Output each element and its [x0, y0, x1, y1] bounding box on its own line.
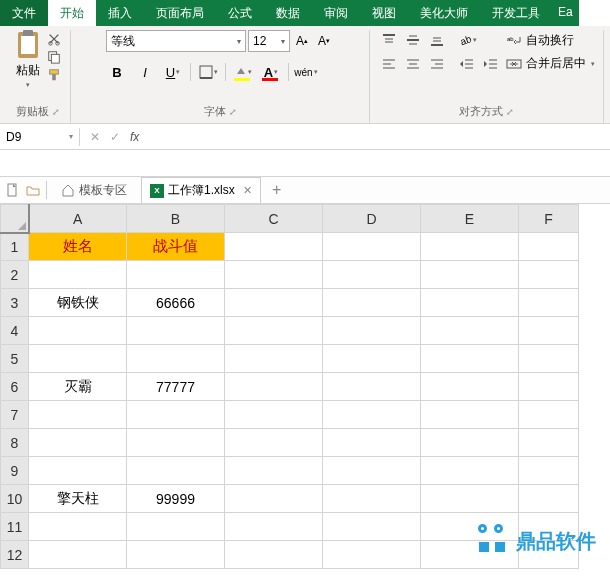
cell[interactable]: 战斗值	[127, 233, 225, 261]
indent-increase-icon[interactable]	[480, 54, 502, 74]
cell[interactable]: 钢铁侠	[29, 289, 127, 317]
align-launcher[interactable]: ⤢	[506, 107, 514, 117]
align-bottom-icon[interactable]	[426, 30, 448, 50]
row-header[interactable]: 12	[1, 541, 29, 569]
cell[interactable]	[519, 429, 579, 457]
wrap-text-button[interactable]: ab自动换行	[506, 32, 595, 49]
cell[interactable]	[29, 261, 127, 289]
cell[interactable]	[323, 541, 421, 569]
cell[interactable]	[29, 317, 127, 345]
tab-insert[interactable]: 插入	[96, 0, 144, 26]
paste-button[interactable]: 粘贴 ▾	[14, 30, 42, 89]
align-top-icon[interactable]	[378, 30, 400, 50]
tab-view[interactable]: 视图	[360, 0, 408, 26]
row-header[interactable]: 7	[1, 401, 29, 429]
row-header[interactable]: 4	[1, 317, 29, 345]
cell[interactable]	[225, 513, 323, 541]
tab-data[interactable]: 数据	[264, 0, 312, 26]
cell[interactable]	[519, 485, 579, 513]
confirm-icon[interactable]: ✓	[110, 130, 120, 144]
cell[interactable]	[127, 513, 225, 541]
cell[interactable]	[519, 401, 579, 429]
row-header[interactable]: 5	[1, 345, 29, 373]
tab-home[interactable]: 开始	[48, 0, 96, 26]
cell[interactable]	[421, 373, 519, 401]
cell[interactable]	[519, 317, 579, 345]
cancel-icon[interactable]: ✕	[90, 130, 100, 144]
tab-beautify[interactable]: 美化大师	[408, 0, 480, 26]
tab-file[interactable]: 文件	[0, 0, 48, 26]
cell[interactable]	[225, 289, 323, 317]
cell[interactable]	[127, 317, 225, 345]
col-header[interactable]: D	[323, 205, 421, 233]
cell[interactable]	[519, 457, 579, 485]
cell[interactable]: 99999	[127, 485, 225, 513]
cell[interactable]	[29, 457, 127, 485]
cell[interactable]	[421, 401, 519, 429]
cell[interactable]	[323, 233, 421, 261]
cell[interactable]	[225, 373, 323, 401]
border-button[interactable]	[197, 62, 219, 82]
new-file-icon[interactable]	[6, 183, 20, 197]
row-header[interactable]: 11	[1, 513, 29, 541]
cell[interactable]	[421, 457, 519, 485]
cell[interactable]	[29, 401, 127, 429]
cell[interactable]	[519, 233, 579, 261]
cell[interactable]	[225, 457, 323, 485]
cell[interactable]	[225, 261, 323, 289]
cell[interactable]	[225, 485, 323, 513]
cell[interactable]	[29, 429, 127, 457]
font-size-select[interactable]: 12▾	[248, 30, 290, 52]
cell[interactable]	[421, 429, 519, 457]
template-tab[interactable]: 模板专区	[53, 178, 135, 203]
tab-review[interactable]: 审阅	[312, 0, 360, 26]
col-header[interactable]: A	[29, 205, 127, 233]
align-center-icon[interactable]	[402, 54, 424, 74]
cell[interactable]	[421, 261, 519, 289]
cell[interactable]: 77777	[127, 373, 225, 401]
merge-button[interactable]: 合并后居中	[506, 55, 595, 72]
cell[interactable]	[421, 289, 519, 317]
align-right-icon[interactable]	[426, 54, 448, 74]
row-header[interactable]: 2	[1, 261, 29, 289]
cell[interactable]	[421, 317, 519, 345]
col-header[interactable]: C	[225, 205, 323, 233]
font-name-select[interactable]: 等线▾	[106, 30, 246, 52]
cell[interactable]	[29, 513, 127, 541]
font-launcher[interactable]: ⤢	[229, 107, 237, 117]
cell[interactable]	[29, 345, 127, 373]
new-tab-button[interactable]: +	[267, 180, 287, 200]
cell[interactable]	[225, 345, 323, 373]
cell[interactable]	[421, 233, 519, 261]
row-header[interactable]: 8	[1, 429, 29, 457]
row-header[interactable]: 10	[1, 485, 29, 513]
cell[interactable]: 66666	[127, 289, 225, 317]
cell[interactable]	[323, 373, 421, 401]
cell[interactable]	[127, 401, 225, 429]
phonetic-button[interactable]: wén	[295, 62, 317, 82]
cell[interactable]	[421, 485, 519, 513]
cell[interactable]	[421, 345, 519, 373]
copy-icon[interactable]	[46, 50, 62, 64]
row-header[interactable]: 1	[1, 233, 29, 261]
open-folder-icon[interactable]	[26, 183, 40, 197]
cell[interactable]	[519, 289, 579, 317]
format-painter-icon[interactable]	[46, 68, 62, 82]
cell[interactable]	[127, 541, 225, 569]
font-color-button[interactable]: A	[260, 62, 282, 82]
col-header[interactable]: F	[519, 205, 579, 233]
cell[interactable]	[323, 289, 421, 317]
row-header[interactable]: 9	[1, 457, 29, 485]
cell[interactable]	[225, 541, 323, 569]
select-all-corner[interactable]	[1, 205, 29, 233]
cell[interactable]	[323, 317, 421, 345]
indent-decrease-icon[interactable]	[456, 54, 478, 74]
col-header[interactable]: B	[127, 205, 225, 233]
cell[interactable]	[323, 261, 421, 289]
cell[interactable]	[323, 345, 421, 373]
cell[interactable]	[323, 485, 421, 513]
cell[interactable]	[225, 401, 323, 429]
cell[interactable]: 灭霸	[29, 373, 127, 401]
align-left-icon[interactable]	[378, 54, 400, 74]
tab-dev[interactable]: 开发工具	[480, 0, 552, 26]
